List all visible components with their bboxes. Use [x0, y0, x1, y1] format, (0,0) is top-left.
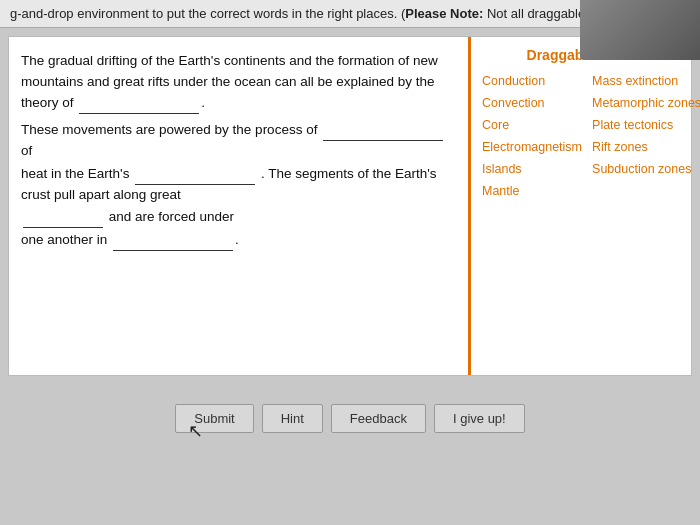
drag-item-conduction[interactable]: Conduction	[479, 73, 585, 89]
paragraph1: The gradual drifting of the Earth's cont…	[21, 51, 456, 114]
right-panel: Draggable Items Conduction Mass extincti…	[471, 37, 691, 375]
paragraph4: and are forced under	[21, 207, 456, 228]
feedback-button[interactable]: Feedback	[331, 404, 426, 433]
paragraph2: These movements are powered by the proce…	[21, 120, 456, 162]
left-panel: The gradual drifting of the Earth's cont…	[9, 37, 471, 375]
blank-process[interactable]	[323, 140, 443, 141]
drag-item-islands[interactable]: Islands	[479, 161, 585, 177]
drag-item-mass-extinction[interactable]: Mass extinction	[589, 73, 700, 89]
drag-item-subduction-zones[interactable]: Subduction zones	[589, 161, 700, 177]
blank-heat[interactable]	[135, 184, 255, 185]
instruction-text-before: g-and-drop environment to put the correc…	[10, 6, 405, 21]
drag-item-core[interactable]: Core	[479, 117, 585, 133]
paragraph3: heat in the Earth's . The segments of th…	[21, 164, 456, 206]
drag-item-rift-zones[interactable]: Rift zones	[589, 139, 700, 155]
hint-button[interactable]: Hint	[262, 404, 323, 433]
blank-great[interactable]	[23, 227, 103, 228]
blank-one-another[interactable]	[113, 250, 233, 251]
give-up-button[interactable]: I give up!	[434, 404, 525, 433]
drag-item-convection[interactable]: Convection	[479, 95, 585, 111]
main-content: The gradual drifting of the Earth's cont…	[8, 36, 692, 376]
drag-item-plate-tectonics[interactable]: Plate tectonics	[589, 117, 700, 133]
drag-item-metamorphic-zones[interactable]: Metamorphic zones	[589, 95, 700, 111]
submit-button[interactable]: Submit	[175, 404, 253, 433]
instruction-bold: Please Note:	[405, 6, 483, 21]
drag-item-mantle[interactable]: Mantle	[479, 183, 585, 199]
blank-theory[interactable]	[79, 113, 199, 114]
paragraph5: one another in .	[21, 230, 456, 251]
bottom-buttons: Submit Hint Feedback I give up!	[0, 394, 700, 443]
top-image	[580, 0, 700, 60]
drag-item-electromagnetism[interactable]: Electromagnetism	[479, 139, 585, 155]
draggable-grid: Conduction Mass extinction Convection Me…	[479, 73, 683, 199]
